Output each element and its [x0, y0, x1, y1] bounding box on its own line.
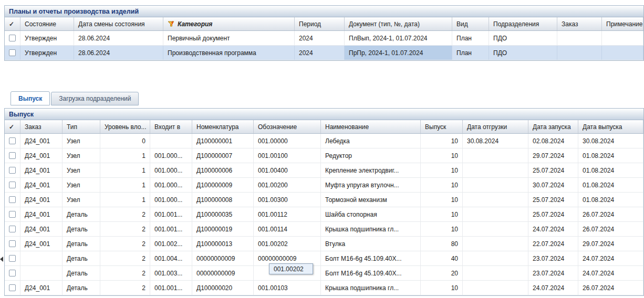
column-header-order[interactable]: Заказ — [20, 120, 63, 133]
column-header-name[interactable]: Наименование — [321, 120, 421, 133]
cell-category: Производственная программа — [163, 46, 295, 60]
tab[interactable]: Выпуск — [11, 91, 50, 105]
cell-designation: 001.00202 — [254, 237, 321, 251]
cell-nomenclature: Д100000008 — [192, 193, 254, 207]
row-checkbox[interactable] — [9, 35, 16, 41]
cell-parent: 001.003... — [150, 266, 192, 280]
plans-panel-title: Планы и отчеты производства изделий — [9, 8, 139, 15]
cell-note — [602, 31, 643, 45]
cell-parent: 001.004... — [150, 251, 192, 265]
column-header-order[interactable]: Заказ — [557, 17, 602, 30]
output-table-row[interactable]: Д24_001Узел0Д100000001001.00000Лебедка10… — [5, 134, 643, 148]
row-checkbox[interactable] — [9, 284, 16, 291]
cell-parent: 001.000... — [150, 163, 192, 177]
cell-ship-date: 30.08.2024 — [463, 134, 528, 148]
cell-parent: 001.000... — [150, 178, 192, 192]
row-checkbox[interactable] — [9, 182, 16, 188]
cell-order — [557, 46, 602, 60]
row-checkbox-cell — [5, 251, 20, 265]
cell-ship-date — [463, 266, 528, 280]
check-all-icon: ✓ — [9, 20, 14, 28]
cell-name: Муфта упругая втулочн... — [321, 178, 421, 192]
output-table-row[interactable]: Деталь2001.003...00000000009Болт М16-6g … — [5, 266, 643, 281]
output-table-row[interactable]: Д24_001Узел1001.000...Д100000009001.0020… — [5, 178, 643, 193]
row-checkbox[interactable] — [9, 167, 16, 174]
row-checkbox[interactable] — [9, 152, 16, 159]
row-checkbox-cell — [5, 207, 20, 221]
column-header-level[interactable]: Уровень вло... — [100, 120, 150, 133]
cell-output: 10 — [421, 134, 463, 148]
output-table-row[interactable]: Д24_001Деталь2001.001...Д100000020001.00… — [5, 281, 643, 295]
row-checkbox-cell — [5, 237, 20, 251]
cell-parent: 001.002... — [150, 237, 192, 251]
output-table-row[interactable]: Д24_001Узел1001.000...Д100000008001.0030… — [5, 193, 643, 207]
column-header-period[interactable]: Период — [295, 17, 345, 30]
output-table-row[interactable]: Д24_001Деталь2001.001...Д100000035001.00… — [5, 207, 643, 222]
tab[interactable]: Загрузка подразделений — [51, 92, 139, 105]
row-checkbox[interactable] — [9, 137, 16, 144]
column-header-launch-date[interactable]: Дата запуска — [528, 120, 578, 133]
cell-order: Д24_001 — [20, 193, 63, 207]
output-table-row[interactable]: Д24_001Узел1001.000...Д100000007001.0010… — [5, 148, 643, 163]
filter-sort-icon — [168, 20, 175, 27]
column-header-divisions[interactable]: Подразделения — [489, 17, 557, 30]
column-header-parent[interactable]: Входит в — [150, 120, 192, 133]
column-header-check[interactable]: ✓ — [5, 17, 20, 30]
cell-release-date: 24.07.2024 — [578, 251, 643, 265]
cell-output: 10 — [421, 163, 463, 177]
column-header-release-date[interactable]: Дата выпуска — [578, 120, 643, 133]
row-checkbox[interactable] — [9, 255, 16, 262]
cell-ship-date — [463, 251, 528, 265]
cell-release-date: 26.07.2024 — [578, 207, 643, 221]
cell-parent — [150, 134, 192, 148]
cell-parent: 001.000... — [150, 148, 192, 163]
plans-table-row[interactable]: Утвержден28.06.2024Первичный документ202… — [5, 31, 643, 46]
cell-order: Д24_001 — [20, 134, 63, 148]
column-header-type[interactable]: Тип — [63, 120, 100, 133]
column-header-state-date[interactable]: Дата смены состояния — [74, 17, 163, 30]
column-header-kind[interactable]: Вид — [452, 17, 489, 30]
cell-output: 10 — [421, 148, 463, 163]
plans-table-row[interactable]: Утвержден28.06.2024Производственная прог… — [5, 46, 643, 60]
cell-type: Деталь — [63, 237, 100, 251]
column-header-category[interactable]: Категория — [163, 17, 295, 30]
output-table-row[interactable]: Д24_001Деталь2001.001...Д100000019001.00… — [5, 222, 643, 237]
cell-designation: 001.00000 — [254, 134, 321, 148]
row-checkbox-cell — [5, 46, 20, 60]
cell-output: 10 — [421, 207, 463, 221]
row-checkbox-cell — [5, 134, 20, 148]
cell-name: Крышка подшипника гл... — [321, 222, 421, 236]
cell-launch-date: 29.07.2024 — [528, 148, 578, 163]
output-table-row[interactable]: Д24_001Узел1001.000...Д100000006001.0040… — [5, 163, 643, 178]
splitter-collapse-arrow[interactable] — [0, 257, 3, 262]
row-checkbox[interactable] — [9, 196, 16, 203]
column-header-document[interactable]: Документ (тип, №, дата) — [345, 17, 452, 30]
column-header-nomenclature[interactable]: Номенклатура — [192, 120, 254, 133]
row-checkbox[interactable] — [9, 240, 16, 247]
cell-ship-date — [463, 281, 528, 295]
cell-divisions: ПДО — [489, 31, 557, 45]
column-header-output[interactable]: Выпуск — [421, 120, 463, 133]
column-header-check[interactable]: ✓ — [5, 120, 20, 133]
cell-level: 2 — [100, 251, 150, 265]
row-checkbox[interactable] — [9, 270, 16, 276]
row-checkbox[interactable] — [9, 49, 16, 56]
row-checkbox[interactable] — [9, 226, 16, 232]
column-header-state[interactable]: Состояние — [20, 17, 74, 30]
output-table-row[interactable]: Деталь2001.004...0000000000900000000009Б… — [5, 251, 643, 266]
cell-name: Лебедка — [321, 134, 421, 148]
cell-level: 2 — [100, 237, 150, 251]
output-table-row[interactable]: Д24_001Деталь2001.002...Д100000013001.00… — [5, 237, 643, 251]
column-header-ship-date[interactable]: Дата отгрузки — [463, 120, 528, 133]
row-checkbox[interactable] — [9, 211, 16, 218]
output-table-body: Д24_001Узел0Д100000001001.00000Лебедка10… — [5, 134, 643, 295]
column-header-note[interactable]: Примечание — [602, 17, 643, 30]
column-header-designation[interactable]: Обозначение — [254, 120, 321, 133]
cell-ship-date — [463, 237, 528, 251]
cell-launch-date: 02.08.2024 — [528, 134, 578, 148]
cell-ship-date — [463, 178, 528, 192]
cell-level: 2 — [100, 281, 150, 295]
cell-name: Крышка подшипника гл... — [321, 281, 421, 295]
cell-document: ПрПр, 2024-1, 01.07.2024 — [345, 46, 452, 60]
cell-kind: План — [452, 31, 489, 45]
